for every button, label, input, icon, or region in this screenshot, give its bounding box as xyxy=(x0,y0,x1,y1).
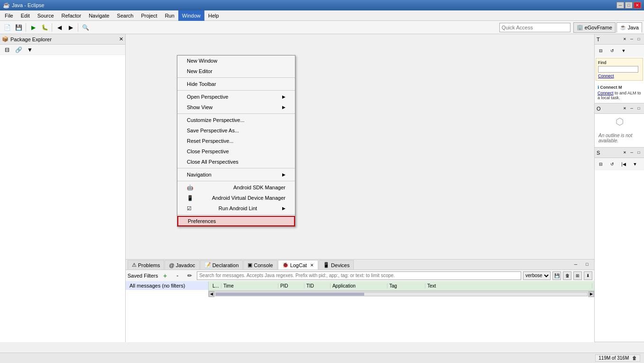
logcat-search-input[interactable] xyxy=(197,271,521,280)
save-log-btn[interactable]: 💾 xyxy=(552,271,561,280)
bottom-panel-minimize[interactable]: ─ xyxy=(570,259,581,270)
menu-customize-perspective[interactable]: Customize Perspective... xyxy=(177,115,295,125)
s-min[interactable]: ─ xyxy=(628,149,635,156)
all-messages-filter[interactable]: All messages (no filters) xyxy=(126,281,208,290)
menu-show-view[interactable]: Show View ▶ xyxy=(177,102,295,112)
android-sdk-icon: 🤖 xyxy=(187,185,193,191)
logcat-main: L... Time PID TID Application Tag Text ◀ xyxy=(209,281,594,297)
s-tb1[interactable]: ⊟ xyxy=(596,159,606,169)
menu-project[interactable]: Project xyxy=(137,10,161,21)
close-button[interactable]: ✕ xyxy=(634,2,641,9)
title-bar-left: ☕ Java - Eclipse xyxy=(3,2,44,9)
outline-max[interactable]: □ xyxy=(635,105,642,112)
quick-access-input[interactable] xyxy=(499,23,570,32)
remove-filter-btn[interactable]: - xyxy=(172,270,183,281)
menu-sep-1 xyxy=(177,77,295,78)
clear-log-btn[interactable]: 🗑 xyxy=(563,271,571,280)
verbose-select[interactable]: verbose debug info warn error xyxy=(523,271,551,280)
toolbar: 📄 💾 ▶ 🐛 ◀ ▶ 🔍 🏢 eGovFrame ☕ Java xyxy=(0,21,644,34)
menu-window[interactable]: Window xyxy=(178,10,204,21)
outline-min[interactable]: ─ xyxy=(628,105,635,112)
tab-devices[interactable]: 📱 Devices xyxy=(319,260,354,270)
connect-text-link[interactable]: Connect xyxy=(598,91,614,95)
menu-new-editor[interactable]: New Editor xyxy=(177,66,295,76)
tab-javadoc[interactable]: @ Javadoc xyxy=(165,260,199,270)
menu-android-sdk[interactable]: 🤖 Android SDK Manager xyxy=(177,182,295,193)
run-button[interactable]: ▶ xyxy=(28,22,38,33)
toolbar-sep-3 xyxy=(78,23,78,32)
menu-navigation[interactable]: Navigation ▶ xyxy=(177,169,295,180)
scroll-track[interactable] xyxy=(215,292,588,296)
scroll-left-btn[interactable]: ◀ xyxy=(209,291,214,297)
outline-close[interactable]: ✕ xyxy=(621,105,628,112)
right-section-task: T ✕ ─ □ ⊟ ↺ ▼ Find Connect ℹ Connect M xyxy=(595,34,644,103)
back-button[interactable]: ◀ xyxy=(54,22,64,33)
tab-logcat[interactable]: 🐞 LogCat ✕ xyxy=(278,260,318,270)
menu-new-window[interactable]: New Window xyxy=(177,56,295,66)
menu-file[interactable]: File xyxy=(1,10,17,21)
toggle-btn1[interactable]: ⊞ xyxy=(573,271,582,280)
forward-button[interactable]: ▶ xyxy=(65,22,76,33)
maximize-button[interactable]: □ xyxy=(625,2,633,9)
bottom-panel-maximize[interactable]: □ xyxy=(582,259,592,270)
task-tb2[interactable]: ↺ xyxy=(607,46,617,56)
s-tb4[interactable]: ▼ xyxy=(630,159,640,169)
menu-preferences[interactable]: Preferences xyxy=(177,216,295,226)
menu-hide-toolbar[interactable]: Hide Toolbar xyxy=(177,79,295,89)
search-button[interactable]: 🔍 xyxy=(80,22,91,33)
debug-button[interactable]: 🐛 xyxy=(39,22,50,33)
devices-icon: 📱 xyxy=(323,262,330,268)
menu-open-perspective[interactable]: Open Perspective ▶ xyxy=(177,92,295,102)
add-filter-btn[interactable]: + xyxy=(160,270,170,281)
minimize-button[interactable]: ─ xyxy=(616,2,624,9)
connect-link[interactable]: Connect xyxy=(598,74,641,78)
menu-refactor[interactable]: Refactor xyxy=(58,10,85,21)
s-tb3[interactable]: |◀ xyxy=(618,159,629,169)
right-section-outline: O ✕ ─ □ ⬡ An outline is not available. xyxy=(595,103,644,148)
col-pid: PID xyxy=(278,283,304,289)
tab-declaration[interactable]: 📝 Declaration xyxy=(200,260,243,270)
menu-reset-perspective[interactable]: Reset Perspective... xyxy=(177,136,295,146)
toggle-btn2[interactable]: ⬇ xyxy=(584,271,592,280)
s-tb2[interactable]: ↺ xyxy=(607,159,617,169)
view-menu-btn[interactable]: ▼ xyxy=(25,45,35,55)
collapse-all-btn[interactable]: ⊟ xyxy=(2,45,12,55)
menu-android-vd[interactable]: 📱 Android Virtual Device Manager xyxy=(177,193,295,203)
link-with-editor-btn[interactable]: 🔗 xyxy=(13,45,24,55)
s-max[interactable]: □ xyxy=(635,149,642,156)
gc-icon[interactable]: 🗑 xyxy=(632,355,637,361)
tab-console[interactable]: ▣ Console xyxy=(243,260,277,270)
task-tb1[interactable]: ⊟ xyxy=(596,46,606,56)
app-title: Java - Eclipse xyxy=(12,2,44,8)
open-perspective-arrow: ▶ xyxy=(282,94,285,99)
find-input[interactable] xyxy=(598,66,638,73)
java-perspective-btn[interactable]: ☕ Java xyxy=(616,22,642,33)
menu-run[interactable]: Run xyxy=(161,10,178,21)
menu-edit[interactable]: Edit xyxy=(17,10,34,21)
title-bar: ☕ Java - Eclipse ─ □ ✕ xyxy=(0,0,644,10)
task-tb3[interactable]: ▼ xyxy=(618,46,629,56)
task-panel-min[interactable]: ─ xyxy=(628,36,635,43)
task-panel-close[interactable]: ✕ xyxy=(621,36,628,43)
menu-search[interactable]: Search xyxy=(113,10,138,21)
menu-source[interactable]: Source xyxy=(34,10,58,21)
egovframe-perspective-btn[interactable]: 🏢 eGovFrame xyxy=(573,22,616,33)
scroll-right-btn[interactable]: ▶ xyxy=(589,291,594,297)
menu-close-perspective[interactable]: Close Perspective xyxy=(177,146,295,157)
scroll-thumb[interactable] xyxy=(216,293,364,296)
s-close[interactable]: ✕ xyxy=(621,149,628,156)
package-explorer-close[interactable]: ✕ xyxy=(119,36,123,42)
edit-filter-btn[interactable]: ✏ xyxy=(184,270,195,281)
save-button[interactable]: 💾 xyxy=(13,22,24,33)
tab-problems[interactable]: ⚠ Problems xyxy=(128,260,164,270)
menu-navigate[interactable]: Navigate xyxy=(85,10,113,21)
menu-help[interactable]: Help xyxy=(204,10,223,21)
logcat-scrollbar[interactable]: ◀ ▶ xyxy=(209,291,594,297)
right-section-task-header: T ✕ ─ □ xyxy=(595,34,644,45)
menu-run-android-lint[interactable]: ☑ Run Android Lint ▶ xyxy=(177,203,295,214)
logcat-close-icon[interactable]: ✕ xyxy=(310,263,314,268)
menu-save-perspective[interactable]: Save Perspective As... xyxy=(177,125,295,136)
new-button[interactable]: 📄 xyxy=(2,22,12,33)
task-panel-max[interactable]: □ xyxy=(635,36,642,43)
menu-close-all-perspectives[interactable]: Close All Perspectives xyxy=(177,157,295,167)
